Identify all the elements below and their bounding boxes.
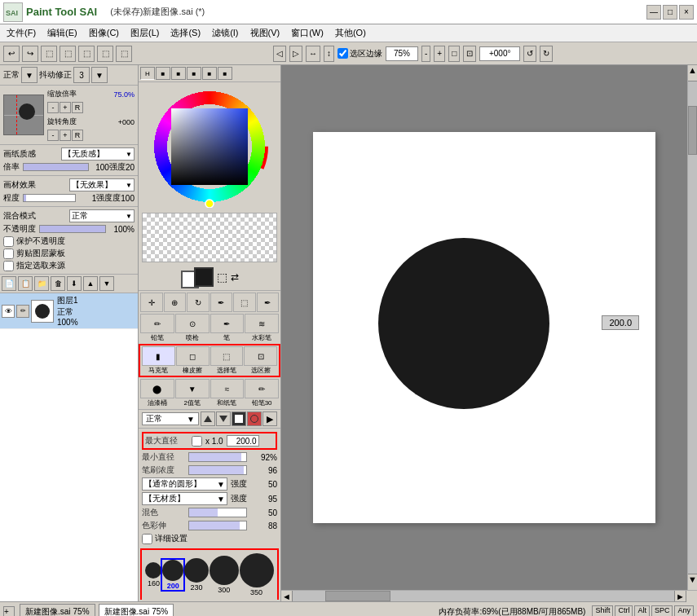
tool-dropper[interactable]: ✒ xyxy=(210,293,233,312)
layer-item[interactable]: 👁 ✏ 图层1 正常 100% xyxy=(0,293,138,329)
layer-lock[interactable]: ✏ xyxy=(16,305,29,318)
tool-zoom[interactable]: ⊕ xyxy=(164,293,187,312)
menu-select[interactable]: 选择(S) xyxy=(165,25,205,41)
brush-preset-160[interactable]: 160 xyxy=(145,562,161,587)
rotate-right[interactable]: ↻ xyxy=(540,46,553,62)
paper-texture-dropdown[interactable]: 【无质感】 ▼ xyxy=(61,147,135,161)
canvas-nav-right[interactable]: ▷ xyxy=(289,46,302,62)
canvas-scrollbar-vertical[interactable]: ▲ ▼ xyxy=(687,65,697,590)
tool-airbrush[interactable]: ⊙ xyxy=(175,314,210,333)
rotate-left[interactable]: ↺ xyxy=(523,46,536,62)
tool-pen[interactable]: ✒ xyxy=(210,314,245,333)
reset-colors[interactable]: ⬚ xyxy=(217,271,227,284)
fg-color-swatch[interactable] xyxy=(194,267,214,287)
spc-key[interactable]: SPC xyxy=(651,605,673,617)
menu-other[interactable]: 其他(O) xyxy=(330,25,371,41)
shape-dropdown[interactable]: 【通常的圆形】 ▼ xyxy=(142,477,227,491)
stabilizer-value[interactable]: 3 xyxy=(73,67,90,83)
maximize-button[interactable]: □ xyxy=(663,5,677,20)
menu-image[interactable]: 图像(C) xyxy=(84,25,124,41)
scroll-down-btn[interactable]: ▼ xyxy=(688,574,697,590)
shape-square-btn[interactable] xyxy=(232,411,246,426)
zoom-minus[interactable]: - xyxy=(421,46,430,62)
new-layer-btn[interactable]: 📄 xyxy=(2,276,16,291)
hue-wheel[interactable] xyxy=(148,86,271,208)
brush-preset-350[interactable]: 350 xyxy=(240,553,274,596)
tool-pencil[interactable]: ✏ xyxy=(140,314,174,333)
shift-key[interactable]: Shift xyxy=(592,605,613,617)
menu-view[interactable]: 视图(V) xyxy=(245,25,285,41)
mix-mode-dropdown[interactable]: 正常 ▼ xyxy=(69,209,135,222)
move-up-btn[interactable]: ▲ xyxy=(83,276,98,291)
brush-preset-300[interactable]: 300 xyxy=(210,556,239,594)
redo-button[interactable]: ↪ xyxy=(22,46,38,62)
angle-inc[interactable]: + xyxy=(60,130,71,141)
detail-settings-checkbox[interactable] xyxy=(142,534,152,544)
shape-tri-up[interactable] xyxy=(201,411,215,426)
ctrl-key[interactable]: Ctrl xyxy=(615,605,633,617)
tool-watercolor[interactable]: ≋ xyxy=(245,314,279,333)
shape-tri-down[interactable] xyxy=(216,411,231,426)
hue-indicator[interactable] xyxy=(205,200,214,208)
any-key[interactable]: Any xyxy=(674,605,694,617)
color-tab-gray[interactable]: ■ xyxy=(187,67,201,80)
copy-layer-btn[interactable]: 📋 xyxy=(18,276,33,291)
scroll-track-v[interactable] xyxy=(688,81,697,574)
zoom-inc[interactable]: + xyxy=(60,102,71,113)
menu-edit[interactable]: 编辑(E) xyxy=(42,25,82,41)
canvas-flip-h[interactable]: ↔ xyxy=(306,46,320,62)
angle-reset[interactable]: R xyxy=(72,130,83,141)
tool-marker[interactable]: ▮ xyxy=(142,346,175,366)
stabilizer-dropdown[interactable]: ▼ xyxy=(91,67,108,83)
color-tab-rgb[interactable]: ■ xyxy=(156,67,170,80)
menu-filter[interactable]: 滤镜(I) xyxy=(207,25,243,41)
canvas-scrollbar-horizontal[interactable]: ◄ ► xyxy=(281,590,697,601)
canvas-area[interactable]: 200.0 xyxy=(281,65,687,590)
tool-selbrush[interactable]: ⬚ xyxy=(210,346,244,366)
canvas-nav-left[interactable]: ◁ xyxy=(273,46,286,62)
copy-button[interactable]: ⬚ xyxy=(41,46,57,62)
scroll-thumb-h[interactable] xyxy=(325,591,390,601)
shape-circle-btn[interactable] xyxy=(247,411,262,426)
zoom-reset[interactable]: R xyxy=(72,102,83,113)
color-tab-wheel[interactable]: H xyxy=(140,67,155,80)
canvas-flip-v[interactable]: ↕ xyxy=(324,46,334,62)
color-tab-other[interactable]: ■ xyxy=(218,67,232,80)
texture-dropdown[interactable]: 【无材质】 ▼ xyxy=(142,492,227,505)
menu-layer[interactable]: 图层(L) xyxy=(126,25,164,41)
zoom-plus[interactable]: + xyxy=(434,46,445,62)
brush-preset-200[interactable]: 200 xyxy=(162,560,183,590)
zoom-dec[interactable]: - xyxy=(47,102,59,113)
tool-selerase[interactable]: ⊡ xyxy=(244,346,277,366)
angle-dec[interactable]: - xyxy=(47,130,59,141)
close-button[interactable]: × xyxy=(679,5,694,20)
max-diameter-checkbox[interactable] xyxy=(192,436,202,447)
clip-layer-checkbox[interactable] xyxy=(3,249,14,259)
tool-btn3[interactable]: ⬚ xyxy=(116,46,132,62)
rotation-input[interactable]: +000° xyxy=(479,46,520,61)
tool-rotate[interactable]: ↻ xyxy=(187,293,210,312)
delete-layer-btn[interactable]: 🗑 xyxy=(51,276,65,291)
zoom-input[interactable]: 75% xyxy=(386,46,418,61)
menu-file[interactable]: 文件(F) xyxy=(2,25,41,41)
swap-colors[interactable]: ⇄ xyxy=(231,271,239,283)
menu-window[interactable]: 窗口(W) xyxy=(286,25,329,41)
color-wheel-container[interactable] xyxy=(148,86,271,208)
scroll-right-btn[interactable]: ► xyxy=(674,591,686,601)
move-down-btn[interactable]: ▼ xyxy=(99,276,114,291)
zoom-fit[interactable]: ⊡ xyxy=(463,46,476,62)
paste-button[interactable]: ⬚ xyxy=(60,46,76,62)
max-diameter-input[interactable]: 200.0 xyxy=(227,435,259,447)
zoom-100[interactable]: □ xyxy=(448,46,460,62)
merge-down-btn[interactable]: ⬇ xyxy=(67,276,82,291)
layer-visibility[interactable]: 👁 xyxy=(2,305,15,318)
folder-btn[interactable]: 📁 xyxy=(34,276,49,291)
tool-move2[interactable]: ✒ xyxy=(257,293,280,312)
brush-preset-230[interactable]: 230 xyxy=(184,558,209,592)
tool-paper[interactable]: ≈ xyxy=(210,379,245,398)
undo-button[interactable]: ↩ xyxy=(3,46,20,62)
scroll-thumb-v[interactable] xyxy=(688,106,697,155)
protect-opacity-checkbox[interactable] xyxy=(3,236,14,247)
tool-move[interactable]: ✛ xyxy=(140,293,163,312)
color-tab-palette[interactable]: ■ xyxy=(202,67,217,80)
